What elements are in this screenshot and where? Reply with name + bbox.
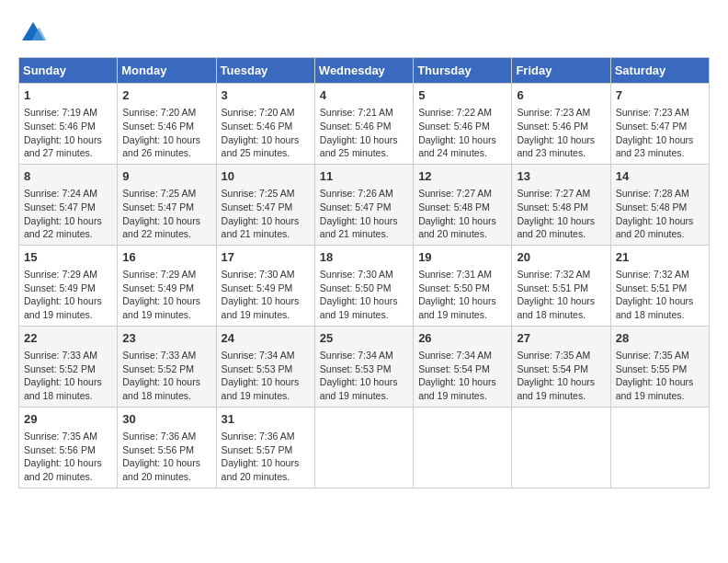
daylight-label: Daylight: 10 hours: [517, 295, 595, 306]
sunset-label: Sunset: 5:54 PM: [517, 363, 588, 374]
daylight-minutes: and 20 minutes.: [517, 228, 586, 239]
sunset-label: Sunset: 5:47 PM: [616, 121, 688, 132]
day-number: 15: [24, 249, 112, 266]
sunrise-label: Sunrise: 7:33 AM: [24, 350, 97, 361]
calendar-cell: 16 Sunrise: 7:29 AM Sunset: 5:49 PM Dayl…: [118, 245, 216, 326]
calendar-cell: 22 Sunrise: 7:33 AM Sunset: 5:52 PM Dayl…: [19, 326, 118, 407]
day-number: 28: [616, 330, 704, 347]
calendar-week-row: 15 Sunrise: 7:29 AM Sunset: 5:49 PM Dayl…: [19, 245, 710, 326]
daylight-minutes: and 18 minutes.: [122, 390, 191, 401]
day-number: 17: [222, 249, 310, 266]
sunrise-label: Sunrise: 7:23 AM: [616, 107, 689, 118]
calendar-cell: 20 Sunrise: 7:32 AM Sunset: 5:51 PM Dayl…: [512, 245, 610, 326]
calendar-cell: 13 Sunrise: 7:27 AM Sunset: 5:48 PM Dayl…: [512, 164, 610, 245]
day-number: 31: [222, 411, 310, 428]
daylight-minutes: and 19 minutes.: [320, 390, 389, 401]
daylight-label: Daylight: 10 hours: [320, 215, 398, 226]
sunrise-label: Sunrise: 7:24 AM: [24, 188, 97, 199]
sunset-label: Sunset: 5:47 PM: [122, 201, 194, 213]
day-number: 21: [616, 249, 704, 266]
sunrise-label: Sunrise: 7:20 AM: [122, 107, 196, 118]
calendar-cell: 1 Sunrise: 7:19 AM Sunset: 5:46 PM Dayli…: [19, 84, 118, 165]
daylight-label: Daylight: 10 hours: [24, 134, 102, 145]
daylight-minutes: and 19 minutes.: [24, 309, 93, 320]
day-number: 9: [122, 168, 210, 185]
daylight-minutes: and 18 minutes.: [24, 390, 93, 401]
daylight-minutes: and 19 minutes.: [320, 309, 389, 320]
sunrise-label: Sunrise: 7:21 AM: [320, 107, 393, 118]
calendar-cell: 12 Sunrise: 7:27 AM Sunset: 5:48 PM Dayl…: [414, 164, 512, 245]
sunset-label: Sunset: 5:49 PM: [222, 282, 293, 293]
daylight-minutes: and 20 minutes.: [122, 471, 191, 482]
sunrise-label: Sunrise: 7:27 AM: [418, 188, 492, 199]
day-number: 27: [517, 330, 605, 347]
day-number: 5: [418, 87, 506, 104]
daylight-label: Daylight: 10 hours: [24, 215, 102, 226]
calendar-cell: 18 Sunrise: 7:30 AM Sunset: 5:50 PM Dayl…: [314, 245, 413, 326]
sunrise-label: Sunrise: 7:23 AM: [517, 107, 590, 118]
sunset-label: Sunset: 5:46 PM: [24, 121, 96, 132]
day-number: 16: [122, 249, 210, 266]
daylight-minutes: and 23 minutes.: [616, 147, 685, 158]
calendar-cell: 19 Sunrise: 7:31 AM Sunset: 5:50 PM Dayl…: [414, 245, 512, 326]
day-number: 13: [517, 168, 605, 185]
sunrise-label: Sunrise: 7:25 AM: [222, 188, 295, 199]
sunrise-label: Sunrise: 7:35 AM: [616, 350, 689, 361]
daylight-label: Daylight: 10 hours: [222, 215, 300, 226]
daylight-label: Daylight: 10 hours: [320, 376, 398, 387]
weekday-header-row: SundayMondayTuesdayWednesdayThursdayFrid…: [19, 58, 710, 84]
calendar-cell: 5 Sunrise: 7:22 AM Sunset: 5:46 PM Dayli…: [414, 84, 512, 165]
daylight-minutes: and 25 minutes.: [320, 147, 389, 158]
daylight-minutes: and 22 minutes.: [24, 228, 93, 239]
weekday-header-tuesday: Tuesday: [216, 58, 314, 84]
calendar-cell: 17 Sunrise: 7:30 AM Sunset: 5:49 PM Dayl…: [216, 245, 314, 326]
calendar-cell: 8 Sunrise: 7:24 AM Sunset: 5:47 PM Dayli…: [19, 164, 118, 245]
sunset-label: Sunset: 5:46 PM: [320, 121, 392, 132]
calendar-cell: 24 Sunrise: 7:34 AM Sunset: 5:53 PM Dayl…: [216, 326, 314, 407]
day-number: 29: [24, 411, 112, 428]
calendar-cell: 11 Sunrise: 7:26 AM Sunset: 5:47 PM Dayl…: [314, 164, 413, 245]
day-number: 22: [24, 330, 112, 347]
day-number: 6: [517, 87, 605, 104]
day-number: 10: [222, 168, 310, 185]
daylight-label: Daylight: 10 hours: [222, 376, 300, 387]
day-number: 11: [320, 168, 408, 185]
weekday-header-friday: Friday: [512, 58, 610, 84]
sunrise-label: Sunrise: 7:32 AM: [616, 269, 689, 280]
calendar-cell: 28 Sunrise: 7:35 AM Sunset: 5:55 PM Dayl…: [610, 326, 709, 407]
daylight-minutes: and 18 minutes.: [616, 309, 685, 320]
sunset-label: Sunset: 5:46 PM: [517, 121, 588, 132]
sunrise-label: Sunrise: 7:33 AM: [122, 350, 196, 361]
daylight-label: Daylight: 10 hours: [616, 134, 694, 145]
daylight-label: Daylight: 10 hours: [517, 134, 595, 145]
sunrise-label: Sunrise: 7:35 AM: [517, 350, 590, 361]
weekday-header-thursday: Thursday: [414, 58, 512, 84]
daylight-minutes: and 21 minutes.: [320, 228, 389, 239]
daylight-label: Daylight: 10 hours: [122, 134, 200, 145]
daylight-label: Daylight: 10 hours: [418, 215, 496, 226]
daylight-minutes: and 20 minutes.: [24, 471, 93, 482]
sunset-label: Sunset: 5:46 PM: [418, 121, 490, 132]
daylight-minutes: and 19 minutes.: [616, 390, 685, 401]
daylight-label: Daylight: 10 hours: [517, 215, 595, 226]
daylight-minutes: and 18 minutes.: [517, 309, 586, 320]
daylight-label: Daylight: 10 hours: [122, 457, 200, 468]
day-number: 1: [24, 87, 112, 104]
day-number: 26: [418, 330, 506, 347]
day-number: 2: [122, 87, 210, 104]
sunrise-label: Sunrise: 7:36 AM: [222, 431, 295, 442]
sunrise-label: Sunrise: 7:34 AM: [222, 350, 295, 361]
sunrise-label: Sunrise: 7:34 AM: [320, 350, 393, 361]
sunrise-label: Sunrise: 7:34 AM: [418, 350, 492, 361]
daylight-minutes: and 20 minutes.: [418, 228, 487, 239]
daylight-label: Daylight: 10 hours: [616, 376, 694, 387]
calendar-cell: 3 Sunrise: 7:20 AM Sunset: 5:46 PM Dayli…: [216, 84, 314, 165]
sunset-label: Sunset: 5:51 PM: [517, 282, 588, 293]
calendar-week-row: 22 Sunrise: 7:33 AM Sunset: 5:52 PM Dayl…: [19, 326, 710, 407]
calendar-cell: 29 Sunrise: 7:35 AM Sunset: 5:56 PM Dayl…: [19, 407, 118, 488]
calendar-week-row: 29 Sunrise: 7:35 AM Sunset: 5:56 PM Dayl…: [19, 407, 710, 488]
daylight-label: Daylight: 10 hours: [418, 376, 496, 387]
calendar-cell: 27 Sunrise: 7:35 AM Sunset: 5:54 PM Dayl…: [512, 326, 610, 407]
daylight-minutes: and 24 minutes.: [418, 147, 487, 158]
daylight-minutes: and 19 minutes.: [418, 390, 487, 401]
